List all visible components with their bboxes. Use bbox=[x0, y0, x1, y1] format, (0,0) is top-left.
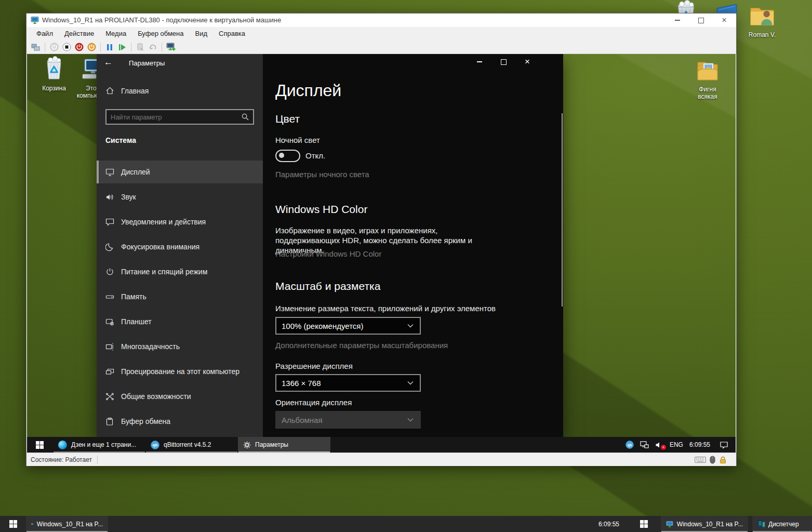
ctrl-alt-del-icon[interactable] bbox=[30, 42, 42, 53]
orientation-select-value: Альбомная bbox=[282, 416, 323, 424]
monitor2-start-button[interactable] bbox=[631, 516, 657, 532]
hyperv-vm-icon bbox=[666, 520, 673, 528]
tray-language[interactable]: ENG bbox=[670, 441, 683, 448]
vm-taskbar-qbittorrent-button[interactable]: qb qBittorrent v4.5.2 bbox=[145, 437, 238, 453]
resume-vm-icon[interactable] bbox=[116, 42, 128, 53]
vm-recycle-bin-icon[interactable]: Корзина bbox=[36, 56, 72, 92]
vm-stuff-folder-icon[interactable]: Фигня всякая bbox=[689, 58, 726, 100]
sidebar-item-label: Дисплей bbox=[121, 168, 150, 176]
menu-media[interactable]: Медиа bbox=[100, 27, 132, 41]
tray-clock[interactable]: 6:09:55 bbox=[689, 441, 710, 448]
edge-button-label: Дзен и еще 1 страни... bbox=[71, 441, 136, 448]
multitasking-icon bbox=[105, 342, 114, 351]
save-vm-icon[interactable] bbox=[85, 42, 98, 53]
home-label: Главная bbox=[121, 87, 149, 95]
vmconnect-titlebar[interactable]: Windows_10_R1 на PROLIANT-DL380 - подклю… bbox=[26, 14, 736, 27]
shutdown-vm-icon[interactable] bbox=[73, 42, 85, 53]
vm-taskbar: Дзен и еще 1 страни... qb qBittorrent v4… bbox=[27, 437, 736, 453]
vmconnect-minimize-button[interactable] bbox=[670, 14, 685, 26]
sidebar-item-storage[interactable]: Память bbox=[97, 285, 263, 308]
color-section-heading: Цвет bbox=[275, 113, 300, 125]
sidebar-item-home[interactable]: Главная bbox=[105, 86, 149, 95]
action-center-icon[interactable] bbox=[720, 441, 728, 449]
power-icon bbox=[105, 268, 114, 276]
host-clock[interactable]: 6:09:55 bbox=[593, 516, 624, 532]
host-start-button[interactable] bbox=[0, 516, 26, 532]
hdr-section-heading: Windows HD Color bbox=[275, 203, 367, 216]
sidebar-item-sound[interactable]: Звук bbox=[97, 185, 263, 208]
night-light-toggle[interactable] bbox=[275, 150, 300, 162]
host-vm-button-label: Windows_10_R1 на P... bbox=[37, 521, 103, 528]
settings-search-box[interactable] bbox=[105, 109, 254, 125]
network-icon[interactable] bbox=[640, 441, 649, 449]
back-arrow-icon[interactable]: ← bbox=[104, 57, 113, 68]
chevron-down-icon bbox=[407, 324, 414, 328]
host-taskbar-vm-button[interactable]: Windows_10_R1 на P... bbox=[26, 516, 108, 532]
tablet-icon bbox=[105, 317, 114, 326]
vmconnect-statusbar: Состояние: Работает bbox=[26, 453, 736, 466]
windows-logo-icon bbox=[9, 520, 17, 528]
sidebar-item-notifications[interactable]: Уведомления и действия bbox=[97, 210, 263, 233]
checkpoint-icon[interactable] bbox=[134, 42, 147, 53]
settings-scrollbar[interactable] bbox=[562, 113, 563, 307]
menu-action[interactable]: Действие bbox=[59, 27, 100, 41]
vm-screen: Корзина Этот компьютер Фигня вся bbox=[27, 54, 736, 453]
settings-main-pane: × Дисплей Цвет Ночной свет Откл. Парамет… bbox=[263, 54, 563, 437]
sidebar-item-label: Фокусировка внимания bbox=[121, 243, 199, 251]
resolution-select[interactable]: 1366 × 768 bbox=[275, 374, 421, 392]
sidebar-item-shared-experiences[interactable]: Общие возможности bbox=[97, 385, 263, 408]
menu-view[interactable]: Вид bbox=[189, 27, 213, 41]
vm-taskbar-edge-button[interactable]: Дзен и еще 1 страни... bbox=[53, 437, 145, 453]
enhanced-session-icon[interactable] bbox=[165, 42, 177, 53]
settings-close-button[interactable]: × bbox=[515, 54, 539, 70]
edge-icon bbox=[58, 441, 67, 449]
search-input[interactable] bbox=[107, 113, 242, 121]
menu-help[interactable]: Справка bbox=[213, 27, 251, 41]
sidebar-item-projecting[interactable]: Проецирование на этот компьютер bbox=[97, 360, 263, 383]
vmconnect-window: Windows_10_R1 на PROLIANT-DL380 - подклю… bbox=[26, 13, 737, 466]
settings-caption-buttons: × bbox=[468, 54, 539, 70]
hyperv-vm-icon bbox=[31, 16, 39, 26]
storage-icon bbox=[105, 292, 114, 301]
mouse-icon bbox=[710, 456, 715, 464]
sidebar-item-power[interactable]: Питание и спящий режим bbox=[97, 260, 263, 283]
vm-start-button[interactable] bbox=[27, 437, 52, 453]
vmconnect-menubar: Файл Действие Медиа Буфер обмена Вид Спр… bbox=[26, 27, 736, 41]
settings-maximize-button[interactable] bbox=[491, 54, 515, 70]
resolution-label: Разрешение дисплея bbox=[275, 362, 353, 370]
settings-window: ← Параметры Главная Система bbox=[97, 54, 563, 437]
settings-minimize-button[interactable] bbox=[468, 54, 491, 70]
revert-icon[interactable] bbox=[147, 42, 159, 53]
sidebar-item-clipboard[interactable]: Буфер обмена bbox=[97, 410, 263, 433]
home-icon bbox=[105, 86, 114, 95]
host-user-folder-icon[interactable]: Roman V. bbox=[744, 2, 780, 38]
hdr-settings-link[interactable]: Настройки Windows HD Color bbox=[275, 249, 381, 258]
sidebar-item-display[interactable]: Дисплей bbox=[97, 161, 263, 183]
vm-taskbar-settings-button[interactable]: Параметры bbox=[238, 437, 330, 453]
advanced-scaling-link[interactable]: Дополнительные параметры масштабирования bbox=[275, 341, 448, 350]
tray-qbittorrent-icon[interactable]: qb bbox=[625, 441, 634, 449]
sidebar-item-focus[interactable]: Фокусировка внимания bbox=[97, 235, 263, 258]
sidebar-item-tablet[interactable]: Планшет bbox=[97, 310, 263, 333]
monitor2-server-manager-button[interactable]: Диспетчер bbox=[752, 516, 812, 532]
menu-clipboard[interactable]: Буфер обмена bbox=[132, 27, 189, 41]
search-icon[interactable] bbox=[242, 113, 249, 121]
monitor2-vm-button-label: Windows_10_R1 на P... bbox=[677, 521, 743, 528]
settings-header-title: Параметры bbox=[129, 59, 165, 67]
scale-select[interactable]: 100% (рекомендуется) bbox=[275, 317, 421, 335]
night-light-settings-link[interactable]: Параметры ночного света bbox=[275, 170, 369, 179]
sound-icon bbox=[105, 193, 114, 202]
turn-off-vm-icon[interactable] bbox=[60, 42, 73, 53]
vmconnect-close-button[interactable]: × bbox=[716, 14, 732, 26]
start-vm-icon[interactable] bbox=[48, 42, 60, 53]
menu-file[interactable]: Файл bbox=[31, 27, 59, 41]
pause-vm-icon[interactable] bbox=[103, 42, 116, 53]
volume-muted-icon[interactable]: × bbox=[655, 441, 663, 449]
sidebar-item-label: Проецирование на этот компьютер bbox=[121, 367, 239, 376]
monitor2-vm-button[interactable]: Windows_10_R1 на P... bbox=[661, 516, 748, 532]
hyperv-vm-icon bbox=[31, 520, 33, 528]
shared-experiences-icon bbox=[105, 392, 114, 401]
server-manager-icon bbox=[757, 520, 765, 528]
vmconnect-maximize-button[interactable] bbox=[693, 14, 709, 26]
sidebar-item-multitasking[interactable]: Многозадачность bbox=[97, 335, 263, 358]
